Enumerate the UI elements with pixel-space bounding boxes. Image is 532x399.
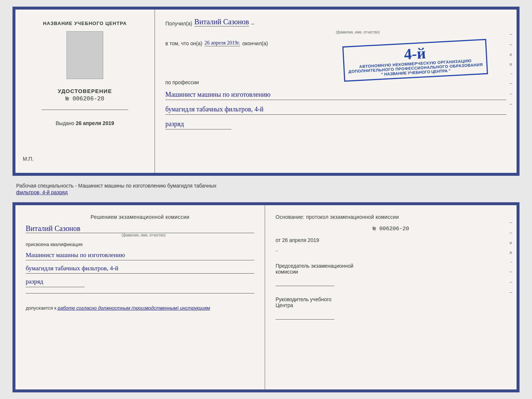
rukovoditel-line2: Центра — [276, 302, 506, 308]
ot-prefix: от — [276, 237, 281, 243]
dopuskaetsya-text: допускается к работе согласно должностны… — [26, 305, 254, 311]
predsedatel-text: Председатель экзаменационной комиссии — [276, 263, 506, 275]
recipient-name: Виталий Сазонов — [194, 18, 249, 26]
cert-top-left-panel: НАЗВАНИЕ УЧЕБНОГО ЦЕНТРА УДОСТОВЕРЕНИЕ №… — [15, 10, 155, 173]
protocol-number: № 006206-20 — [276, 226, 506, 232]
certificate-top: НАЗВАНИЕ УЧЕБНОГО ЦЕНТРА УДОСТОВЕРЕНИЕ №… — [12, 7, 520, 176]
bottom-profession-line3: разряд — [26, 277, 85, 287]
okonchil: окончил(а) — [242, 40, 268, 46]
bottom-profession-line2: бумагидля табачных фильтров, 4-й — [26, 263, 254, 274]
bottom-recipient-name: Виталий Сазонов — [26, 224, 254, 233]
photo-placeholder — [66, 31, 103, 79]
predsedatel-line2: комиссии — [276, 269, 506, 275]
predsedatel-signature-line — [276, 286, 334, 286]
middle-static-text: Рабочая специальность - Машинист машины … — [16, 183, 216, 189]
prisvoena-text: присвоена квалификация — [26, 242, 254, 247]
bottom-profession-line1: Машинист машины по изготовлению — [26, 250, 254, 260]
dopusk-prefix: допускается к — [26, 305, 56, 311]
udostoverenie-number: № 006206-20 — [58, 96, 112, 102]
side-decorations-top: – – и а ← – – – — [510, 32, 514, 107]
vtom-date: 26 апреля 2019г. — [205, 40, 240, 46]
udostoverenie-label: УДОСТОВЕРЕНИЕ — [58, 88, 112, 94]
po-professii: по профессии — [165, 79, 506, 85]
vydano-date: 26 апреля 2019 — [76, 120, 114, 126]
dash-after-name: – — [251, 21, 254, 26]
certificate-bottom: Решением экзаменационной комиссии Витали… — [12, 202, 520, 392]
fio-label-top: (фамилия, имя, отчество) — [209, 30, 506, 34]
dopusk-work: работе согласно должностным (производств… — [58, 305, 210, 311]
profession-line3: разряд — [165, 119, 231, 129]
poluchil-text: Получил(а) — [165, 21, 192, 26]
vtom-prefix: в том, что он(а) — [165, 40, 202, 46]
stamp-block: 4-й АВТОНОМНУЮ НЕКОММЕРЧЕСКУЮ ОРГАНИЗАЦИ… — [342, 39, 488, 82]
mp-label: М.П. — [23, 156, 34, 162]
ot-date-value: 26 апреля 2019 — [282, 237, 319, 243]
predsedatel-line1: Председатель экзаменационной — [276, 263, 506, 269]
vydano-label: Выдано — [55, 120, 74, 126]
cert-bottom-right-panel: Основание: протокол экзаменационной коми… — [265, 205, 517, 389]
resheniyem-text: Решением экзаменационной комиссии — [26, 214, 254, 220]
org-name-top-label: НАЗВАНИЕ УЧЕБНОГО ЦЕНТРА — [43, 21, 127, 26]
rukovoditel-signature-line — [276, 319, 334, 320]
profession-line2: бумагидля табачных фильтров, 4-й — [165, 104, 506, 115]
side-decorations-bottom: – – и а ← – – – — [510, 220, 514, 295]
cert-bottom-left-panel: Решением экзаменационной комиссии Витали… — [15, 205, 265, 389]
ot-date: от 26 апреля 2019 — [276, 237, 506, 243]
profession-line1: Машинист машины по изготовлению — [165, 90, 506, 100]
middle-label-area: Рабочая специальность - Машинист машины … — [12, 180, 520, 198]
middle-underline-text: фильтров, 4-й разряд — [16, 189, 68, 195]
rukovoditel-text: Руководитель учебного Центра — [276, 296, 506, 308]
osnovanie-text: Основание: протокол экзаменационной коми… — [276, 214, 506, 220]
rukovoditel-line1: Руководитель учебного — [276, 296, 506, 302]
fio-label-bottom: (фамилия, имя, отчество) — [33, 233, 254, 237]
cert-top-right-panel: Получил(а) Виталий Сазонов – (фамилия, и… — [155, 10, 517, 173]
